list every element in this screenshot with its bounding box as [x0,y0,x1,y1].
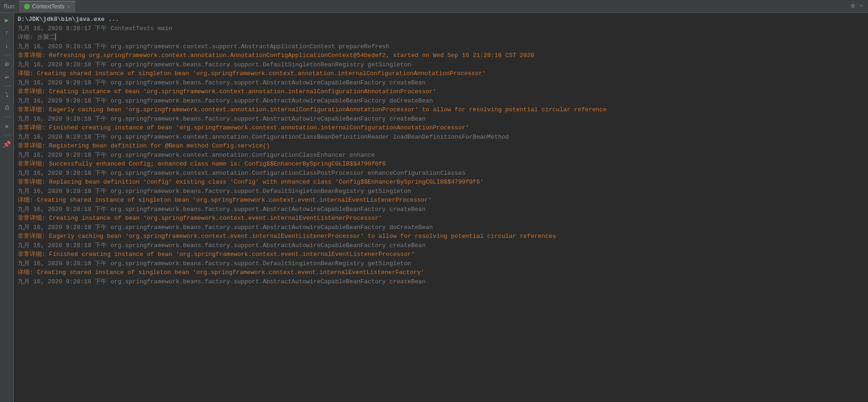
console-line: 九月 16, 2020 9:28:18 下午 org.springframewo… [18,259,864,268]
separator-2 [3,86,11,86]
console-line: 详细: Creating shared instance of singleto… [18,196,864,205]
separator-1 [3,55,11,55]
console-line: 九月 16, 2020 9:28:18 下午 org.springframewo… [18,60,864,70]
console-line: 九月 16, 2020 9:28:18 下午 org.springframewo… [18,78,864,88]
console-line: 九月 16, 2020 9:28:18 下午 org.springframewo… [18,96,864,106]
tab-bar: Run: ContextTests × ⚙ — [0,0,868,13]
tab-name: ContextTests [32,3,64,10]
minimize-icon[interactable]: — [860,2,863,10]
console-line: 非常详细: Creating instance of bean 'org.spr… [18,87,864,96]
console-line: 九月 16, 2020 9:28:17 下午 ContextTests main [18,24,864,33]
separator-4 [3,135,11,135]
camera-button[interactable]: ⊙ [2,59,12,69]
import-button[interactable]: ⤵ [2,90,12,100]
context-tests-tab[interactable]: ContextTests × [19,1,75,12]
tab-run-icon [24,4,30,9]
console-line: 非常详细: Eagerly caching bean 'org.springfr… [18,105,864,115]
console-line: 非常详细: Creating instance of bean 'org.spr… [18,214,864,223]
scroll-down-button[interactable]: ↓ [2,41,12,51]
console-line: 九月 16, 2020 9:28:18 下午 org.springframewo… [18,151,864,160]
play-button[interactable]: ▶ [2,15,12,25]
console-line: D:\JDK\jdk8\bin\java.exe ... [18,15,864,24]
main-area: ▶ ↑ ↓ ⊙ ↩ ⤵ ⎙ ✕ 📌 D:\JDK\jdk8\bin\java.e… [0,13,868,402]
console-line: 详细: Creating shared instance of singleto… [18,69,864,78]
tab-close-button[interactable]: × [67,4,70,9]
console-line: 九月 16, 2020 9:28:18 下午 org.springframewo… [18,277,864,287]
console-line: 九月 16, 2020 9:28:18 下午 org.springframewo… [18,169,864,178]
console-line: 九月 16, 2020 9:28:18 下午 org.springframewo… [18,223,864,232]
delete-button[interactable]: ✕ [2,121,12,131]
console-line: 九月 16, 2020 9:28:18 下午 org.springframewo… [18,205,864,214]
console-line: 九月 16, 2020 9:28:18 下午 org.springframewo… [18,115,864,124]
console-line: 九月 16, 2020 9:28:18 下午 org.springframewo… [18,42,864,51]
console-output[interactable]: D:\JDK\jdk8\bin\java.exe ...九月 16, 2020 … [14,13,868,402]
print-button[interactable]: ⎙ [2,103,12,113]
run-label: Run: [4,3,15,10]
separator-3 [3,117,11,117]
console-line: 非常详细: Replacing bean definition 'config'… [18,178,864,187]
console-line: 非常详细: Eagerly caching bean 'org.springfr… [18,232,864,241]
console-line: 详细: Creating shared instance of singleto… [18,268,864,277]
console-line: 非常详细: Successfully enhanced Config; enha… [18,160,864,169]
console-line: 非常详细: Registering bean definition for @B… [18,141,864,151]
pin-button[interactable]: 📌 [2,139,12,149]
console-line: 九月 16, 2020 9:28:18 下午 org.springframewo… [18,133,864,142]
scroll-up-button[interactable]: ↑ [2,28,12,38]
settings-icon[interactable]: ⚙ [851,2,855,10]
console-line: 非常详细: Finished creating instance of bean… [18,250,864,259]
left-toolbar: ▶ ↑ ↓ ⊙ ↩ ⤵ ⎙ ✕ 📌 [0,13,14,402]
console-line: 非常详细: Finished creating instance of bean… [18,123,864,133]
wrap-button[interactable]: ↩ [2,72,12,82]
console-line: 九月 16, 2020 9:28:18 下午 org.springframewo… [18,241,864,250]
console-line: 详细: 步聚二▎ [18,33,864,42]
console-line: 非常详细: Refreshing org.springframework.con… [18,51,864,60]
console-line: 九月 16, 2020 9:28:18 下午 org.springframewo… [18,187,864,196]
